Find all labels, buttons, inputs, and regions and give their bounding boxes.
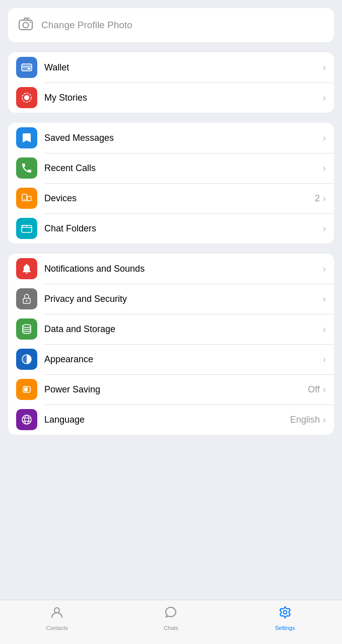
appearance-label: Appearance xyxy=(44,354,323,365)
my-stories-icon xyxy=(16,87,37,108)
devices-chevron: › xyxy=(323,193,326,204)
data-storage-label: Data and Storage xyxy=(44,324,323,335)
power-saving-chevron: › xyxy=(323,384,326,395)
scroll-content: Change Profile Photo Wallet › xyxy=(0,0,342,600)
appearance-item[interactable]: Appearance › xyxy=(8,344,334,374)
saved-messages-label: Saved Messages xyxy=(44,133,323,143)
contacts-icon xyxy=(50,605,64,623)
svg-point-16 xyxy=(23,325,31,328)
svg-point-8 xyxy=(24,95,29,100)
wallet-chevron: › xyxy=(323,62,326,73)
chats-icon xyxy=(164,605,178,623)
language-label: Language xyxy=(44,415,290,425)
appearance-chevron: › xyxy=(323,354,326,365)
chat-folders-icon xyxy=(16,218,37,239)
privacy-item[interactable]: Privacy and Security › xyxy=(8,284,334,314)
my-stories-chevron: › xyxy=(323,93,326,103)
devices-label: Devices xyxy=(44,193,315,204)
section1-card: Wallet › My Stories › xyxy=(8,52,334,113)
svg-rect-6 xyxy=(22,66,32,67)
svg-rect-20 xyxy=(24,387,28,391)
section3-card: Notifications and Sounds › Privacy and S… xyxy=(8,254,334,435)
profile-photo-label: Change Profile Photo xyxy=(41,20,132,31)
svg-point-27 xyxy=(283,611,287,614)
language-icon xyxy=(16,409,37,430)
settings-tab-label: Settings xyxy=(275,625,295,631)
svg-point-22 xyxy=(22,415,31,424)
my-stories-label: My Stories xyxy=(44,93,323,103)
power-saving-label: Power Saving xyxy=(44,384,308,395)
wallet-label: Wallet xyxy=(44,62,323,73)
devices-icon xyxy=(16,188,37,209)
language-value: English xyxy=(290,415,320,425)
my-stories-item[interactable]: My Stories › xyxy=(8,83,334,113)
data-storage-icon xyxy=(16,318,37,340)
recent-calls-item[interactable]: Recent Calls › xyxy=(8,153,334,183)
notifications-item[interactable]: Notifications and Sounds › xyxy=(8,254,334,284)
tab-bar: Contacts Chats Settings xyxy=(0,600,342,644)
data-storage-item[interactable]: Data and Storage › xyxy=(8,314,334,344)
svg-point-23 xyxy=(25,415,29,424)
contacts-tab-label: Contacts xyxy=(46,625,67,631)
svg-point-2 xyxy=(30,21,31,23)
chat-folders-label: Chat Folders xyxy=(44,223,323,234)
camera-icon xyxy=(18,17,33,34)
saved-messages-item[interactable]: Saved Messages › xyxy=(8,123,334,153)
profile-photo-card: Change Profile Photo xyxy=(8,8,334,42)
power-saving-value: Off xyxy=(308,384,320,395)
tab-chats[interactable]: Chats xyxy=(114,605,228,631)
chat-folders-chevron: › xyxy=(323,223,326,234)
settings-icon xyxy=(278,605,292,623)
svg-rect-7 xyxy=(28,68,30,69)
saved-messages-icon xyxy=(16,127,37,148)
privacy-icon xyxy=(16,288,37,309)
chats-tab-label: Chats xyxy=(164,625,178,631)
wallet-item[interactable]: Wallet › xyxy=(8,52,334,83)
recent-calls-chevron: › xyxy=(323,163,326,174)
svg-point-15 xyxy=(26,300,28,302)
section2-card: Saved Messages › Recent Calls › Device xyxy=(8,123,334,244)
data-storage-chevron: › xyxy=(323,324,326,335)
notifications-chevron: › xyxy=(323,264,326,274)
recent-calls-icon xyxy=(16,157,37,179)
power-saving-icon xyxy=(16,379,37,400)
svg-point-26 xyxy=(54,608,59,613)
svg-rect-10 xyxy=(22,194,27,201)
appearance-icon xyxy=(16,349,37,370)
tab-settings[interactable]: Settings xyxy=(228,605,342,631)
recent-calls-label: Recent Calls xyxy=(44,163,323,174)
notifications-label: Notifications and Sounds xyxy=(44,264,323,274)
saved-messages-chevron: › xyxy=(323,133,326,143)
tab-contacts[interactable]: Contacts xyxy=(0,605,114,631)
svg-rect-21 xyxy=(30,388,31,390)
power-saving-item[interactable]: Power Saving Off › xyxy=(8,374,334,405)
notifications-icon xyxy=(16,258,37,279)
chat-folders-item[interactable]: Chat Folders › xyxy=(8,213,334,244)
privacy-chevron: › xyxy=(323,294,326,304)
svg-point-1 xyxy=(23,22,29,28)
change-profile-photo-button[interactable]: Change Profile Photo xyxy=(8,8,334,42)
devices-value: 2 xyxy=(315,193,320,204)
svg-rect-11 xyxy=(27,196,31,201)
language-chevron: › xyxy=(323,415,326,425)
language-item[interactable]: Language English › xyxy=(8,405,334,435)
devices-item[interactable]: Devices 2 › xyxy=(8,183,334,213)
privacy-label: Privacy and Security xyxy=(44,294,323,304)
wallet-icon xyxy=(16,57,37,78)
